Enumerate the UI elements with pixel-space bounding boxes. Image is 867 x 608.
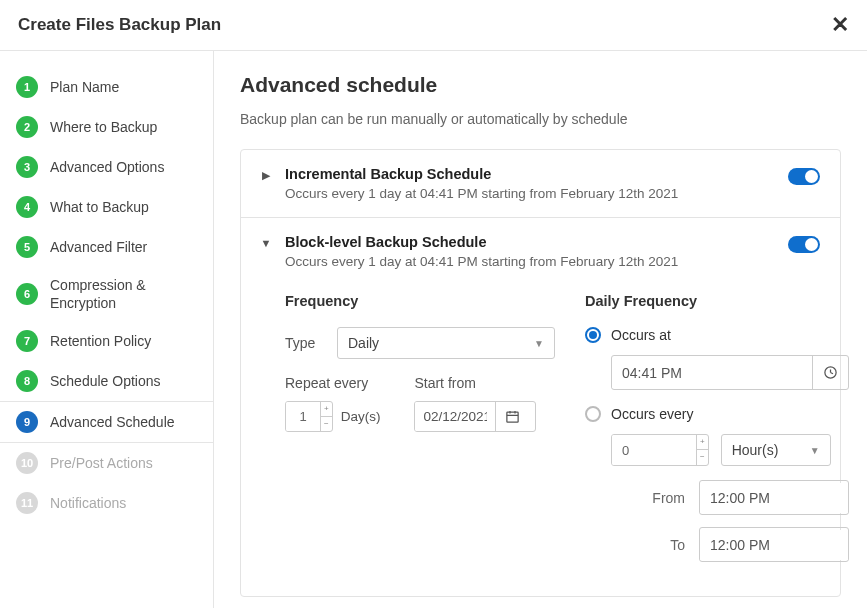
step-advanced-options[interactable]: 3Advanced Options <box>0 147 213 187</box>
occurs-every-unit-select[interactable]: Hour(s) ▼ <box>721 434 831 466</box>
step-number: 3 <box>16 156 38 178</box>
daily-frequency-heading: Daily Frequency <box>585 293 849 309</box>
type-label: Type <box>285 335 327 351</box>
incremental-title: Incremental Backup Schedule <box>285 166 774 182</box>
from-time-input[interactable] <box>700 483 849 513</box>
to-label: To <box>670 537 685 553</box>
incremental-section: ▶ Incremental Backup Schedule Occurs eve… <box>241 150 840 218</box>
plus-icon[interactable]: + <box>321 402 332 417</box>
step-retention-policy[interactable]: 7Retention Policy <box>0 321 213 361</box>
occurs-every-unit: Hour(s) <box>732 442 779 458</box>
frequency-heading: Frequency <box>285 293 555 309</box>
step-label: Where to Backup <box>50 118 157 136</box>
step-pre-post-actions: 10Pre/Post Actions <box>0 443 213 483</box>
occurs-at-time-field[interactable] <box>611 355 849 390</box>
page-title: Advanced schedule <box>240 73 841 97</box>
frequency-column: Frequency Type Daily ▼ Repeat every <box>285 293 555 574</box>
wizard-sidebar: 1Plan Name 2Where to Backup 3Advanced Op… <box>0 51 214 608</box>
start-date-input[interactable] <box>415 402 495 431</box>
step-number: 1 <box>16 76 38 98</box>
step-advanced-schedule[interactable]: 9Advanced Schedule <box>0 401 213 443</box>
block-title: Block-level Backup Schedule <box>285 234 774 250</box>
step-number: 2 <box>16 116 38 138</box>
step-plan-name[interactable]: 1Plan Name <box>0 67 213 107</box>
step-where-to-backup[interactable]: 2Where to Backup <box>0 107 213 147</box>
from-time-field[interactable] <box>699 480 849 515</box>
incremental-toggle[interactable] <box>788 168 820 185</box>
step-label: Advanced Schedule <box>50 413 175 431</box>
chevron-down-icon[interactable]: ▼ <box>261 237 271 249</box>
occurs-every-spinner[interactable]: +− <box>611 434 709 466</box>
close-icon[interactable]: ✕ <box>831 14 849 36</box>
step-label: Compression & Encryption <box>50 276 197 312</box>
repeat-input[interactable] <box>286 402 320 431</box>
step-label: Advanced Options <box>50 158 164 176</box>
chevron-right-icon[interactable]: ▶ <box>261 169 271 182</box>
schedule-card: ▶ Incremental Backup Schedule Occurs eve… <box>240 149 841 597</box>
step-schedule-options[interactable]: 8Schedule Options <box>0 361 213 401</box>
block-section: ▼ Block-level Backup Schedule Occurs eve… <box>241 218 840 596</box>
page-subtitle: Backup plan can be run manually or autom… <box>240 111 841 127</box>
dialog-header: Create Files Backup Plan ✕ <box>0 0 867 51</box>
occurs-every-input[interactable] <box>612 435 696 465</box>
step-number: 6 <box>16 283 38 305</box>
from-label: From <box>652 490 685 506</box>
occurs-every-label: Occurs every <box>611 406 693 422</box>
step-number: 5 <box>16 236 38 258</box>
plus-icon[interactable]: + <box>697 435 708 450</box>
occurs-at-input[interactable] <box>612 358 812 388</box>
incremental-summary: Occurs every 1 day at 04:41 PM starting … <box>285 186 774 201</box>
step-label: Advanced Filter <box>50 238 147 256</box>
minus-icon[interactable]: − <box>321 417 332 431</box>
type-select[interactable]: Daily ▼ <box>337 327 555 359</box>
main-panel: Advanced schedule Backup plan can be run… <box>214 51 867 608</box>
start-from-label: Start from <box>414 375 536 391</box>
step-advanced-filter[interactable]: 5Advanced Filter <box>0 227 213 267</box>
step-label: Notifications <box>50 494 126 512</box>
calendar-icon[interactable] <box>495 402 529 431</box>
step-label: Retention Policy <box>50 332 151 350</box>
start-date-field[interactable] <box>414 401 536 432</box>
caret-down-icon: ▼ <box>534 338 544 349</box>
step-number: 11 <box>16 492 38 514</box>
type-value: Daily <box>348 335 379 351</box>
svg-line-6 <box>831 373 834 374</box>
block-summary: Occurs every 1 day at 04:41 PM starting … <box>285 254 774 269</box>
step-number: 4 <box>16 196 38 218</box>
step-label: Pre/Post Actions <box>50 454 153 472</box>
step-number: 8 <box>16 370 38 392</box>
step-label: What to Backup <box>50 198 149 216</box>
step-label: Plan Name <box>50 78 119 96</box>
occurs-at-radio[interactable] <box>585 327 601 343</box>
step-number: 9 <box>16 411 38 433</box>
occurs-at-label: Occurs at <box>611 327 671 343</box>
minus-icon[interactable]: − <box>697 450 708 464</box>
svg-rect-0 <box>507 412 518 422</box>
block-toggle[interactable] <box>788 236 820 253</box>
occurs-every-radio[interactable] <box>585 406 601 422</box>
step-notifications: 11Notifications <box>0 483 213 523</box>
dialog-title: Create Files Backup Plan <box>18 15 221 35</box>
step-label: Schedule Options <box>50 372 161 390</box>
step-what-to-backup[interactable]: 4What to Backup <box>0 187 213 227</box>
step-number: 7 <box>16 330 38 352</box>
repeat-label: Repeat every <box>285 375 380 391</box>
step-compression-encryption[interactable]: 6Compression & Encryption <box>0 267 213 321</box>
to-time-input[interactable] <box>700 530 849 560</box>
repeat-spinner[interactable]: +− <box>285 401 333 432</box>
repeat-unit: Day(s) <box>341 409 381 424</box>
daily-frequency-column: Daily Frequency Occurs at <box>585 293 849 574</box>
clock-icon[interactable] <box>812 356 848 389</box>
step-number: 10 <box>16 452 38 474</box>
to-time-field[interactable] <box>699 527 849 562</box>
caret-down-icon: ▼ <box>810 445 820 456</box>
